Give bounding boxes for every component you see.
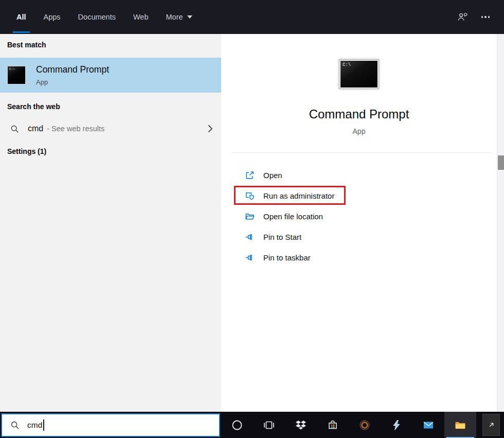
preview-subtitle: App [221, 127, 497, 135]
tab-documents-label: Documents [78, 13, 116, 21]
search-icon [10, 125, 19, 133]
windows-search-flyout: All Apps Documents Web More [0, 0, 504, 438]
web-query-text: cmd [28, 124, 43, 133]
mail-icon [422, 419, 435, 431]
web-section-heading: Search the web [7, 102, 60, 111]
chevron-right-icon [208, 125, 213, 133]
tab-all[interactable]: All [8, 0, 35, 34]
tray-arrow-icon [488, 422, 495, 428]
ellipsis-icon[interactable] [481, 16, 490, 18]
action-label: Run as administrator [263, 191, 334, 200]
action-open[interactable]: Open [221, 165, 497, 185]
tab-web-label: Web [133, 13, 149, 21]
command-prompt-icon: C:\ [7, 66, 26, 84]
pin-icon [245, 253, 255, 262]
settings-section-heading: Settings (1) [7, 147, 46, 155]
taskbar-store-button[interactable] [317, 412, 349, 438]
taskbar-file-explorer-button[interactable] [444, 412, 476, 438]
best-match-text: Command Prompt App [36, 64, 109, 86]
tab-web[interactable]: Web [124, 0, 157, 34]
action-label: Pin to taskbar [263, 253, 311, 262]
best-match-heading: Best match [7, 41, 46, 49]
result-title: Command Prompt [36, 64, 109, 75]
search-input-value: cmd [27, 421, 42, 430]
cmd-icon-text: C:\ [343, 62, 351, 67]
cmd-icon-text: C:\ [9, 67, 15, 71]
admin-shield-icon [245, 191, 255, 201]
tray-overflow-button[interactable] [482, 414, 500, 436]
best-match-result[interactable]: C:\ Command Prompt App [0, 58, 221, 93]
results-panel: Best match C:\ Command Prompt App Search… [0, 34, 221, 412]
result-subtitle: App [36, 78, 109, 86]
action-label: Open file location [263, 212, 323, 221]
tab-documents[interactable]: Documents [69, 0, 124, 34]
search-icon [10, 421, 20, 430]
chevron-down-icon [187, 15, 192, 19]
dropbox-icon [295, 419, 307, 431]
cortana-icon [231, 419, 243, 431]
divider [231, 152, 492, 153]
feedback-icon[interactable] [457, 12, 468, 22]
cmd-screen: C:\ [340, 61, 377, 87]
scrollbar-thumb[interactable] [498, 155, 504, 170]
taskbar-mail-button[interactable] [412, 412, 444, 438]
pin-icon [245, 232, 255, 242]
web-hint-text: - See web results [47, 125, 104, 133]
tab-apps-label: Apps [44, 13, 61, 21]
file-explorer-icon [454, 419, 466, 431]
tab-more-label: More [166, 13, 183, 21]
open-icon [245, 170, 255, 180]
action-pin-to-taskbar[interactable]: Pin to taskbar [221, 247, 497, 268]
context-actions: Open Run as administrator [221, 165, 497, 268]
action-open-file-location[interactable]: Open file location [221, 206, 497, 226]
folder-location-icon [245, 212, 255, 221]
command-prompt-icon-large: C:\ [339, 59, 379, 89]
search-filter-tabs: All Apps Documents Web More [0, 0, 201, 34]
taskbar-cortana-button[interactable] [221, 412, 253, 438]
preview-panel: C:\ Command Prompt App Open [221, 34, 497, 412]
taskbar-search-input[interactable]: cmd [1, 413, 220, 437]
tab-more[interactable]: More [157, 0, 201, 34]
web-search-result[interactable]: cmd - See web results [0, 117, 221, 140]
microsoft-store-icon [327, 419, 339, 431]
taskbar-ring-app-button[interactable] [349, 412, 381, 438]
taskbar-lightning-app-button[interactable] [381, 412, 412, 438]
action-pin-to-start[interactable]: Pin to Start [221, 226, 497, 247]
tab-all-label: All [16, 13, 26, 21]
taskbar: cmd [0, 412, 504, 438]
task-view-icon [263, 419, 275, 431]
action-run-as-administrator[interactable]: Run as administrator [221, 185, 497, 206]
lightning-icon [390, 419, 403, 431]
action-label: Open [263, 171, 282, 180]
taskbar-dropbox-button[interactable] [285, 412, 317, 438]
ring-app-icon [358, 419, 371, 431]
action-label: Pin to Start [263, 233, 301, 241]
taskbar-icons [221, 412, 476, 438]
scrollbar[interactable] [497, 34, 504, 412]
tab-apps[interactable]: Apps [35, 0, 69, 34]
header-actions [457, 0, 504, 34]
taskbar-task-view-button[interactable] [253, 412, 285, 438]
search-header: All Apps Documents Web More [0, 0, 504, 34]
text-caret [43, 419, 44, 431]
preview-title: Command Prompt [221, 107, 497, 121]
